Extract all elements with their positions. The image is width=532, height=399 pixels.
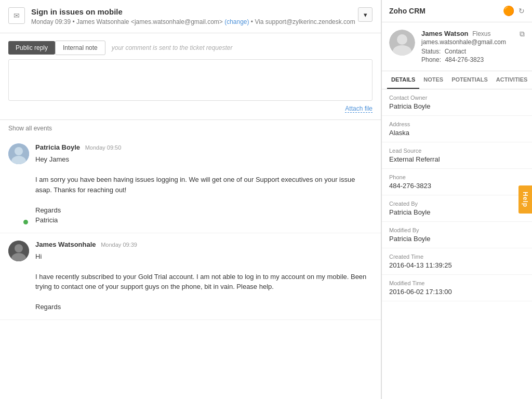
contact-company: Flexus [472, 30, 490, 37]
ticket-email-icon: ✉ [8, 7, 25, 24]
detail-contact-owner: Contact Owner Patricia Boyle [382, 89, 532, 116]
comment-patricia: Patricia Boyle Monday 09:50 Hey James I … [0, 136, 381, 233]
crm-details-section: Contact Owner Patricia Boyle Address Ala… [382, 89, 532, 301]
detail-value-contact-owner: Patricia Boyle [389, 102, 525, 110]
events-section: Show all events [0, 120, 381, 136]
detail-label-modified-time: Modified Time [389, 280, 525, 286]
change-link[interactable]: (change) [224, 18, 249, 25]
detail-value-lead-source: External Referral [389, 155, 525, 163]
reply-tabs: Public reply Internal note your comment … [8, 41, 373, 55]
svg-point-1 [15, 147, 23, 155]
internal-note-tab[interactable]: Internal note [55, 41, 105, 55]
ticket-dropdown-button[interactable]: ▾ [358, 7, 373, 22]
comment-text-patricia: Hey James I am sorry you have been havin… [35, 154, 373, 225]
comment-author-patricia: Patricia Boyle [35, 143, 80, 151]
contact-phone: Phone: 484-276-3823 [421, 56, 513, 63]
comment-time-patricia: Monday 09:50 [85, 144, 122, 151]
svg-point-4 [15, 244, 23, 252]
patricia-avatar [8, 143, 29, 164]
svg-point-7 [397, 34, 407, 45]
help-button[interactable]: Help [518, 185, 532, 214]
tab-activities[interactable]: ACTIVITIES [492, 71, 532, 89]
reply-hint: your comment is sent to the ticket reque… [112, 44, 233, 51]
detail-value-created-time: 2016-04-13 11:39:25 [389, 261, 525, 269]
comment-text-james: Hi I have recently subscribed to your Go… [35, 251, 373, 312]
external-link-icon[interactable]: ⧉ [520, 30, 525, 38]
attach-file-link[interactable]: Attach file [345, 105, 373, 113]
crm-title: Zoho CRM [389, 7, 425, 15]
left-panel: ✉ Sign in issues on mobile Monday 09:39 … [0, 0, 381, 399]
contact-section: James Watson Flexus james.watsonhale@gma… [382, 22, 532, 71]
contact-status: Status: Contact [421, 48, 513, 55]
detail-value-created-by: Patricia Boyle [389, 208, 525, 216]
crm-tabs: DETAILS NOTES POTENTIALS ACTIVITIES [382, 71, 532, 89]
comment-body-patricia: Patricia Boyle Monday 09:50 Hey James I … [35, 143, 373, 225]
ticket-header: ✉ Sign in issues on mobile Monday 09:39 … [0, 0, 381, 33]
contact-name-company: James Watson Flexus [421, 30, 513, 37]
tab-potentials[interactable]: POTENTIALS [447, 71, 492, 89]
detail-label-phone: Phone [389, 174, 525, 180]
contact-avatar [389, 30, 415, 56]
comment-body-james: James Watsonhale Monday 09:39 Hi I have … [35, 241, 373, 312]
reply-area: Public reply Internal note your comment … [0, 33, 381, 120]
contact-name: James Watson [421, 30, 469, 37]
detail-label-created-by: Created By [389, 201, 525, 207]
detail-label-created-time: Created Time [389, 254, 525, 260]
james-avatar [8, 241, 29, 261]
reply-textarea[interactable] [8, 59, 373, 101]
ticket-title: Sign in issues on mobile [31, 7, 355, 16]
detail-value-modified-time: 2016-06-02 17:13:00 [389, 288, 525, 296]
detail-created-time: Created Time 2016-04-13 11:39:25 [382, 248, 532, 275]
detail-value-modified-by: Patricia Boyle [389, 235, 525, 243]
show-all-events-link[interactable]: Show all events [8, 125, 52, 132]
public-reply-tab[interactable]: Public reply [8, 41, 55, 55]
comment-time-james: Monday 09:39 [101, 242, 137, 248]
detail-label-address: Address [389, 121, 525, 127]
detail-label-lead-source: Lead Source [389, 148, 525, 154]
refresh-icon[interactable]: ↻ [518, 7, 525, 15]
right-panel-crm: Zoho CRM 🟠 ↻ James Watson Flexus [381, 0, 532, 399]
detail-phone: Phone 484-276-3823 [382, 169, 532, 195]
tab-details[interactable]: DETAILS [387, 71, 419, 89]
detail-created-by: Created By Patricia Boyle [382, 195, 532, 222]
detail-label-modified-by: Modified By [389, 227, 525, 233]
detail-value-phone: 484-276-3823 [389, 182, 525, 190]
detail-address: Address Alaska [382, 116, 532, 142]
online-status-dot [22, 219, 29, 225]
detail-lead-source: Lead Source External Referral [382, 142, 532, 169]
ticket-meta: Monday 09:39 • James Watsonhale <james.w… [31, 18, 355, 25]
detail-label-contact-owner: Contact Owner [389, 95, 525, 101]
detail-modified-by: Modified By Patricia Boyle [382, 222, 532, 248]
contact-info: James Watson Flexus james.watsonhale@gma… [421, 30, 513, 63]
tab-notes[interactable]: NOTES [419, 71, 447, 89]
crm-logo-icon: 🟠 [503, 5, 514, 17]
ticket-info: Sign in issues on mobile Monday 09:39 • … [31, 7, 355, 25]
detail-modified-time: Modified Time 2016-06-02 17:13:00 [382, 275, 532, 301]
crm-header: Zoho CRM 🟠 ↻ [382, 0, 532, 22]
comment-james: James Watsonhale Monday 09:39 Hi I have … [0, 233, 381, 320]
comment-author-james: James Watsonhale [35, 241, 96, 248]
detail-value-address: Alaska [389, 129, 525, 137]
contact-email: james.watsonhale@gmail.com [421, 38, 513, 46]
